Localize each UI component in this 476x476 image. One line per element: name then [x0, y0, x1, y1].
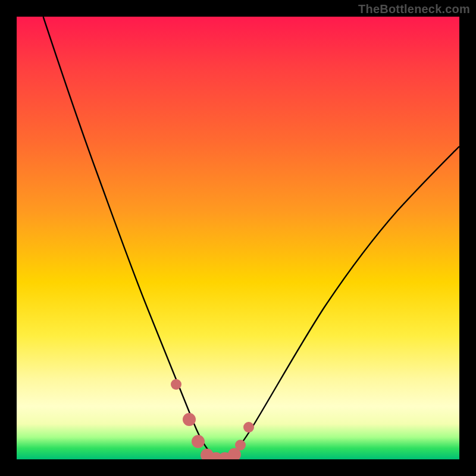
- plot-area: [17, 17, 459, 459]
- watermark-text: TheBottleneck.com: [358, 2, 470, 16]
- svg-point-1: [183, 413, 196, 426]
- svg-point-0: [171, 379, 181, 390]
- svg-point-8: [243, 422, 254, 433]
- svg-point-7: [235, 440, 246, 450]
- bottleneck-curve: [17, 17, 459, 459]
- curve-markers: [171, 379, 254, 459]
- curve-path: [43, 17, 459, 459]
- svg-point-2: [192, 435, 205, 448]
- chart-frame: TheBottleneck.com: [0, 0, 476, 476]
